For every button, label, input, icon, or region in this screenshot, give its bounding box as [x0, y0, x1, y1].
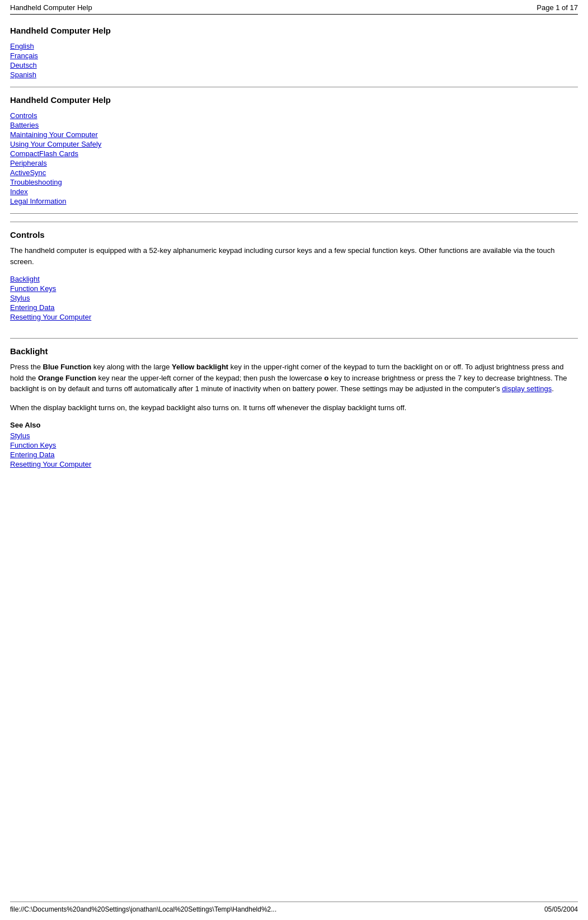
see-also-resetting-link[interactable]: Resetting Your Computer — [10, 460, 91, 468]
header-page: Page 1 of 17 — [537, 3, 578, 12]
backlight-title: Backlight — [10, 346, 578, 356]
divider-3 — [10, 338, 578, 339]
lang-francais[interactable]: Français — [10, 51, 578, 60]
see-also-stylus[interactable]: Stylus — [10, 431, 578, 440]
link-stylus[interactable]: Stylus — [10, 294, 578, 302]
controls-intro: The handheld computer is equipped with a… — [10, 245, 578, 267]
divider-2 — [10, 213, 578, 214]
controls-section: Controls The handheld computer is equipp… — [10, 230, 578, 321]
o-key-text: o — [324, 374, 328, 382]
header-title: Handheld Computer Help — [10, 3, 92, 12]
see-also-resetting[interactable]: Resetting Your Computer — [10, 460, 578, 468]
lang-francais-link[interactable]: Français — [10, 51, 38, 60]
stylus-link[interactable]: Stylus — [10, 294, 30, 302]
backlight-paragraph2: When the display backlight turns on, the… — [10, 402, 578, 414]
toc-troubleshooting-link[interactable]: Troubleshooting — [10, 178, 62, 186]
footer-date: 05/05/2004 — [544, 905, 578, 913]
toc-controls[interactable]: Controls — [10, 111, 578, 120]
toc-index-link[interactable]: Index — [10, 187, 28, 196]
see-also-function-keys-link[interactable]: Function Keys — [10, 441, 56, 449]
toc-peripherals[interactable]: Peripherals — [10, 159, 578, 167]
yellow-backlight-text: Yellow backlight — [172, 363, 228, 371]
backlight-section: Backlight Press the Blue Function key al… — [10, 346, 578, 468]
blue-function-text: Blue Function — [43, 363, 92, 371]
toc-title: Handheld Computer Help — [10, 95, 578, 105]
main-title: Handheld Computer Help — [10, 26, 578, 35]
controls-title: Controls — [10, 230, 578, 240]
orange-function-text: Orange Function — [38, 374, 96, 382]
see-also-stylus-link[interactable]: Stylus — [10, 431, 30, 440]
divider-1 — [10, 87, 578, 87]
toc-link-list: Controls Batteries Maintaining Your Comp… — [10, 111, 578, 205]
backlight-paragraph1: Press the Blue Function key along with t… — [10, 362, 578, 395]
toc-troubleshooting[interactable]: Troubleshooting — [10, 178, 578, 186]
toc-maintaining-link[interactable]: Maintaining Your Computer — [10, 130, 98, 139]
toc-index[interactable]: Index — [10, 187, 578, 196]
link-entering-data[interactable]: Entering Data — [10, 303, 578, 312]
toc-compactflash[interactable]: CompactFlash Cards — [10, 149, 578, 158]
footer-filepath: file://C:\Documents%20and%20Settings\jon… — [10, 905, 276, 913]
link-function-keys[interactable]: Function Keys — [10, 284, 578, 293]
link-backlight[interactable]: Backlight — [10, 275, 578, 283]
toc-legal-link[interactable]: Legal Information — [10, 197, 66, 205]
lang-deutsch-link[interactable]: Deutsch — [10, 61, 37, 69]
lang-english-link[interactable]: English — [10, 42, 34, 50]
toc-batteries[interactable]: Batteries — [10, 121, 578, 129]
entering-data-link[interactable]: Entering Data — [10, 303, 55, 312]
lang-deutsch[interactable]: Deutsch — [10, 61, 578, 69]
toc-batteries-link[interactable]: Batteries — [10, 121, 39, 129]
display-settings-link[interactable]: display settings — [502, 384, 552, 393]
lang-spanish[interactable]: Spanish — [10, 71, 578, 79]
see-also-links: Stylus Function Keys Entering Data Reset… — [10, 431, 578, 468]
toc-legal[interactable]: Legal Information — [10, 197, 578, 205]
divider-2b — [10, 222, 578, 222]
lang-english[interactable]: English — [10, 42, 578, 50]
backlight-link[interactable]: Backlight — [10, 275, 40, 283]
page-wrapper: Handheld Computer Help Page 1 of 17 Hand… — [0, 0, 588, 920]
header-bar: Handheld Computer Help Page 1 of 17 — [10, 0, 578, 15]
toc-maintaining[interactable]: Maintaining Your Computer — [10, 130, 578, 139]
toc-peripherals-link[interactable]: Peripherals — [10, 159, 47, 167]
toc-using-safely[interactable]: Using Your Computer Safely — [10, 140, 578, 148]
toc-activesync-link[interactable]: ActiveSync — [10, 168, 46, 177]
function-keys-link[interactable]: Function Keys — [10, 284, 56, 293]
see-also-label: See Also — [10, 421, 578, 429]
see-also-entering-data-link[interactable]: Entering Data — [10, 450, 55, 459]
toc-using-safely-link[interactable]: Using Your Computer Safely — [10, 140, 101, 148]
controls-sub-links: Backlight Function Keys Stylus Entering … — [10, 275, 578, 321]
language-link-list: English Français Deutsch Spanish — [10, 42, 578, 79]
lang-spanish-link[interactable]: Spanish — [10, 71, 36, 79]
main-content: Handheld Computer Help English Français … — [10, 15, 578, 468]
see-also-function-keys[interactable]: Function Keys — [10, 441, 578, 449]
toc-activesync[interactable]: ActiveSync — [10, 168, 578, 177]
footer-bar: file://C:\Documents%20and%20Settings\jon… — [10, 902, 578, 913]
link-resetting[interactable]: Resetting Your Computer — [10, 313, 578, 321]
toc-compactflash-link[interactable]: CompactFlash Cards — [10, 149, 78, 158]
toc-controls-link[interactable]: Controls — [10, 111, 37, 120]
see-also-entering-data[interactable]: Entering Data — [10, 450, 578, 459]
resetting-link[interactable]: Resetting Your Computer — [10, 313, 91, 321]
